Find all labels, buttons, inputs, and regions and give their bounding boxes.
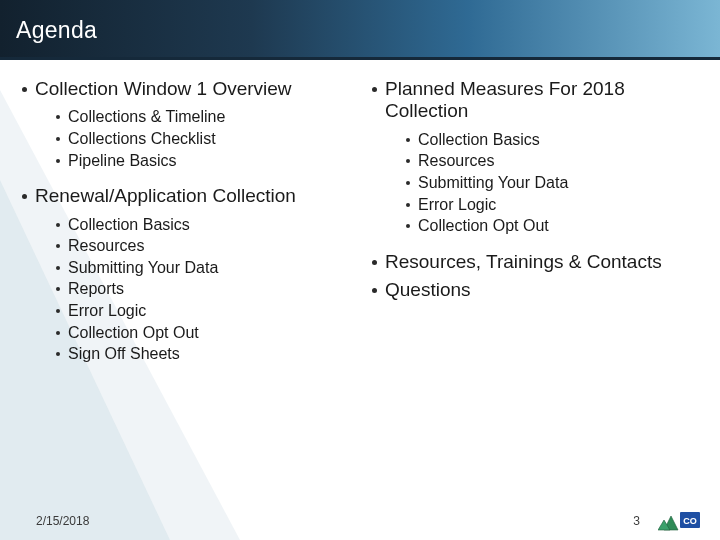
bullet-dot-icon bbox=[372, 288, 377, 293]
bullet-label: Resources, Trainings & Contacts bbox=[385, 251, 662, 273]
bullet-dot-icon bbox=[56, 115, 60, 119]
bullet-dot-icon bbox=[56, 266, 60, 270]
footer-date: 2/15/2018 bbox=[36, 514, 89, 528]
bullet-renewal-application-collection: Renewal/Application Collection bbox=[22, 185, 342, 207]
content-area: Collection Window 1 Overview Collections… bbox=[0, 60, 720, 379]
slide-title: Agenda bbox=[16, 17, 97, 44]
bullet-dot-icon bbox=[56, 287, 60, 291]
sublist-planned-measures: Collection Basics Resources Submitting Y… bbox=[406, 129, 692, 237]
sublist-renewal-application-collection: Collection Basics Resources Submitting Y… bbox=[56, 214, 342, 365]
sub-bullet-label: Reports bbox=[68, 278, 124, 300]
sub-bullet-label: Collection Opt Out bbox=[68, 322, 199, 344]
bullet-dot-icon bbox=[22, 87, 27, 92]
bullet-questions: Questions bbox=[372, 279, 692, 301]
bullet-dot-icon bbox=[56, 159, 60, 163]
bullet-dot-icon bbox=[372, 87, 377, 92]
bullet-collection-window-overview: Collection Window 1 Overview bbox=[22, 78, 342, 100]
bullet-dot-icon bbox=[406, 159, 410, 163]
slide: Agenda Collection Window 1 Overview Coll… bbox=[0, 0, 720, 540]
bullet-dot-icon bbox=[56, 244, 60, 248]
bullet-dot-icon bbox=[22, 194, 27, 199]
sub-bullet: Resources bbox=[56, 235, 342, 257]
bullet-dot-icon bbox=[56, 331, 60, 335]
sub-bullet-label: Error Logic bbox=[68, 300, 146, 322]
bullet-label: Planned Measures For 2018 Collection bbox=[385, 78, 692, 123]
bullet-label: Renewal/Application Collection bbox=[35, 185, 296, 207]
sub-bullet-label: Collection Basics bbox=[68, 214, 190, 236]
footer: 2/15/2018 3 CO bbox=[0, 504, 720, 540]
sub-bullet: Error Logic bbox=[406, 194, 692, 216]
sub-bullet-label: Pipeline Basics bbox=[68, 150, 177, 172]
sub-bullet-label: Collections & Timeline bbox=[68, 106, 225, 128]
footer-right: 3 CO bbox=[633, 508, 702, 534]
co-state-logo-icon: CO bbox=[658, 508, 702, 534]
bullet-dot-icon bbox=[372, 260, 377, 265]
sub-bullet: Sign Off Sheets bbox=[56, 343, 342, 365]
header-underline bbox=[0, 57, 720, 60]
svg-text:CO: CO bbox=[683, 516, 697, 526]
sub-bullet: Collection Basics bbox=[56, 214, 342, 236]
sub-bullet: Reports bbox=[56, 278, 342, 300]
sub-bullet: Error Logic bbox=[56, 300, 342, 322]
right-column: Planned Measures For 2018 Collection Col… bbox=[372, 78, 692, 379]
sub-bullet-label: Collection Opt Out bbox=[418, 215, 549, 237]
bullet-dot-icon bbox=[56, 309, 60, 313]
sub-bullet-label: Error Logic bbox=[418, 194, 496, 216]
sub-bullet: Collection Opt Out bbox=[56, 322, 342, 344]
sub-bullet: Collection Basics bbox=[406, 129, 692, 151]
left-column: Collection Window 1 Overview Collections… bbox=[22, 78, 342, 379]
sub-bullet: Pipeline Basics bbox=[56, 150, 342, 172]
sublist-collection-window-overview: Collections & Timeline Collections Check… bbox=[56, 106, 342, 171]
bullet-dot-icon bbox=[56, 137, 60, 141]
bullet-label: Questions bbox=[385, 279, 471, 301]
sub-bullet-label: Collections Checklist bbox=[68, 128, 216, 150]
bullet-dot-icon bbox=[406, 224, 410, 228]
bullet-dot-icon bbox=[56, 352, 60, 356]
sub-bullet: Collections Checklist bbox=[56, 128, 342, 150]
header-bar: Agenda bbox=[0, 0, 720, 60]
page-number: 3 bbox=[633, 514, 640, 528]
sub-bullet-label: Submitting Your Data bbox=[418, 172, 568, 194]
bullet-planned-measures: Planned Measures For 2018 Collection bbox=[372, 78, 692, 123]
bullet-resources-trainings-contacts: Resources, Trainings & Contacts bbox=[372, 251, 692, 273]
bullet-dot-icon bbox=[406, 203, 410, 207]
sub-bullet-label: Collection Basics bbox=[418, 129, 540, 151]
sub-bullet: Collections & Timeline bbox=[56, 106, 342, 128]
bullet-dot-icon bbox=[56, 223, 60, 227]
bullet-dot-icon bbox=[406, 181, 410, 185]
sub-bullet: Submitting Your Data bbox=[56, 257, 342, 279]
sub-bullet-label: Resources bbox=[68, 235, 144, 257]
sub-bullet-label: Submitting Your Data bbox=[68, 257, 218, 279]
sub-bullet: Submitting Your Data bbox=[406, 172, 692, 194]
bullet-dot-icon bbox=[406, 138, 410, 142]
sub-bullet-label: Sign Off Sheets bbox=[68, 343, 180, 365]
sub-bullet-label: Resources bbox=[418, 150, 494, 172]
sub-bullet: Collection Opt Out bbox=[406, 215, 692, 237]
bullet-label: Collection Window 1 Overview bbox=[35, 78, 292, 100]
sub-bullet: Resources bbox=[406, 150, 692, 172]
